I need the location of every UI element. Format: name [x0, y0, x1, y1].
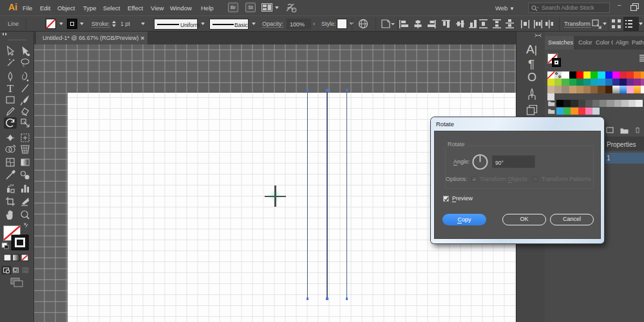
svg-text:T: T [7, 82, 14, 95]
